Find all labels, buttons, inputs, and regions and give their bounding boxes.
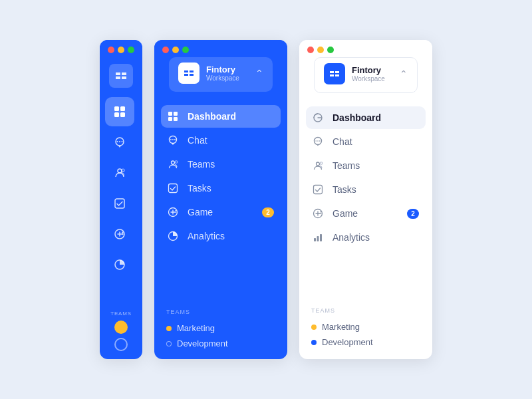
svg-rect-0: [114, 106, 119, 111]
workspace-header-3[interactable]: Fintory Workspace ⌃: [299, 57, 432, 100]
panel-icon-sidebar: TEAMS: [100, 40, 142, 359]
nav-icon-tasks[interactable]: [105, 189, 134, 218]
teams-label: TEAMS: [110, 311, 132, 317]
logo-icon: [109, 64, 133, 88]
workspace-sub-2: Workspace: [206, 74, 249, 82]
nav-chat-light[interactable]: Chat: [306, 130, 426, 153]
nav-label-dashboard: Dashboard: [188, 111, 236, 122]
nav-label-chat-light: Chat: [332, 136, 352, 147]
team-row-marketing-light[interactable]: Marketing: [309, 319, 423, 334]
traffic-lights-3: [299, 40, 432, 57]
svg-point-28: [176, 211, 177, 213]
svg-rect-1: [120, 106, 125, 111]
nav-icon-teams[interactable]: [105, 158, 134, 188]
teams-icon-light: [313, 160, 326, 171]
dashboard-icon: [168, 111, 181, 122]
minimize-button-3[interactable]: [317, 47, 324, 53]
nav-label-analytics: Analytics: [188, 231, 225, 241]
game-badge-light: 2: [407, 209, 419, 219]
workspace-header-2[interactable]: Fintory Workspace ⌃: [154, 57, 287, 98]
team-row-development-light[interactable]: Development: [309, 334, 423, 350]
nav-icon-analytics[interactable]: [105, 250, 134, 279]
svg-rect-42: [317, 236, 319, 241]
chat-icon: [168, 135, 181, 146]
close-button[interactable]: [162, 47, 169, 53]
chat-icon-light: [313, 136, 326, 147]
minimize-button[interactable]: [118, 47, 124, 53]
nav-label-chat: Chat: [188, 135, 207, 146]
icon-nav: [100, 97, 142, 279]
svg-point-20: [170, 139, 172, 140]
nav-analytics-light[interactable]: Analytics: [306, 226, 426, 249]
nav-label-tasks: Tasks: [188, 183, 211, 194]
svg-point-13: [122, 233, 123, 235]
team-name-marketing-light: Marketing: [322, 322, 360, 332]
svg-point-39: [321, 211, 322, 213]
svg-rect-2: [114, 112, 119, 117]
close-button-3[interactable]: [307, 47, 314, 53]
expand-button[interactable]: [182, 47, 189, 53]
team-row-development[interactable]: Development: [164, 336, 278, 351]
svg-point-32: [315, 140, 317, 142]
traffic-lights-2: [154, 40, 287, 57]
svg-point-22: [174, 139, 176, 140]
nav-teams-blue[interactable]: Teams: [161, 153, 281, 176]
tasks-icon-light: [313, 184, 326, 195]
nav-game-light[interactable]: Game 2: [306, 202, 426, 225]
svg-point-36: [320, 162, 323, 165]
nav-label-game: Game: [188, 207, 213, 217]
teams-icon: [168, 159, 181, 170]
svg-rect-43: [320, 234, 322, 241]
close-button[interactable]: [108, 47, 114, 53]
svg-rect-17: [168, 117, 172, 121]
nav-icon-dashboard[interactable]: [105, 97, 134, 126]
analytics-icon-light: [313, 232, 326, 243]
workspace-name-3: Fintory: [352, 65, 393, 76]
nav-dashboard-blue[interactable]: Dashboard: [161, 105, 281, 128]
svg-point-24: [175, 161, 178, 164]
svg-point-5: [117, 141, 118, 142]
workspace-name-2: Fintory: [206, 65, 249, 75]
game-icon-light: [313, 208, 326, 219]
nav-label-analytics-light: Analytics: [332, 232, 370, 243]
svg-point-35: [317, 162, 320, 166]
workspace-chevron-3[interactable]: ⌃: [400, 68, 408, 79]
expand-button-3[interactable]: [327, 47, 334, 53]
team-color-dev: [166, 341, 172, 346]
svg-rect-41: [314, 238, 316, 241]
teams-label-2: TEAMS: [164, 309, 278, 315]
panel2-teams-section: TEAMS Marketing Development: [154, 301, 287, 359]
game-icon: [168, 207, 181, 217]
svg-point-23: [172, 161, 175, 164]
workspace-logo-2: [178, 63, 200, 84]
team-name-dev-light: Development: [322, 337, 373, 347]
nav-label-teams: Teams: [188, 159, 215, 170]
nav-tasks-blue[interactable]: Tasks: [161, 177, 281, 200]
nav-analytics-blue[interactable]: Analytics: [161, 225, 281, 247]
expanded-nav-light: Dashboard Chat: [299, 100, 432, 249]
app-logo: [100, 57, 142, 97]
expand-button[interactable]: [128, 47, 134, 53]
svg-rect-16: [174, 112, 178, 116]
team-dot-marketing: [114, 321, 128, 334]
nav-icon-chat[interactable]: [105, 128, 134, 157]
team-row-marketing[interactable]: Marketing: [164, 321, 278, 336]
minimize-button[interactable]: [172, 47, 179, 53]
workspace-chevron-2[interactable]: ⌃: [255, 68, 263, 78]
nav-label-teams-light: Teams: [332, 160, 360, 171]
nav-game-blue[interactable]: Game 2: [161, 201, 281, 223]
nav-chat-blue[interactable]: Chat: [161, 129, 281, 152]
team-name-marketing: Marketing: [177, 323, 215, 333]
workspace-logo-3: [324, 63, 345, 84]
nav-icon-game[interactable]: [105, 219, 134, 249]
svg-rect-10: [115, 199, 124, 208]
nav-dashboard-light[interactable]: Dashboard: [306, 106, 426, 129]
nav-label-dashboard-light: Dashboard: [332, 112, 381, 123]
svg-point-40: [321, 213, 322, 214]
panel-expanded-blue: Fintory Workspace ⌃ Dashboard: [154, 40, 287, 359]
tasks-icon: [168, 183, 181, 194]
teams-label-3: TEAMS: [309, 307, 423, 314]
svg-rect-25: [169, 184, 178, 193]
nav-teams-light[interactable]: Teams: [306, 154, 426, 177]
nav-tasks-light[interactable]: Tasks: [306, 178, 426, 201]
